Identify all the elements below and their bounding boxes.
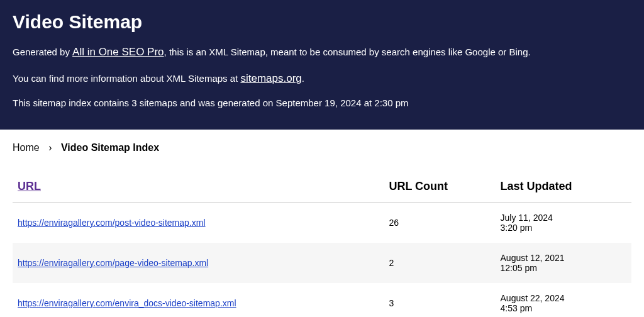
- text-prefix-1: Generated by: [13, 47, 72, 57]
- cell-updated: August 22, 2024 4:53 pm: [496, 283, 631, 318]
- breadcrumb-current: Video Sitemap Index: [61, 142, 159, 153]
- updated-time: 12:05 pm: [501, 263, 625, 273]
- table-row: https://enviragallery.com/envira_docs-vi…: [13, 283, 631, 318]
- cell-count: 3: [384, 283, 495, 318]
- updated-date: August 12, 2021: [501, 253, 625, 263]
- cell-updated: August 12, 2021 12:05 pm: [496, 243, 631, 283]
- sitemap-link[interactable]: https://enviragallery.com/envira_docs-vi…: [18, 298, 236, 308]
- cell-url: https://enviragallery.com/post-video-sit…: [13, 202, 384, 243]
- column-header-url[interactable]: URL: [13, 169, 384, 203]
- header-description-3: This sitemap index contains 3 sitemaps a…: [13, 96, 631, 111]
- sitemap-table-wrap: URL URL Count Last Updated https://envir…: [0, 169, 644, 318]
- sitemap-link[interactable]: https://enviragallery.com/page-video-sit…: [18, 258, 208, 268]
- table-row: https://enviragallery.com/page-video-sit…: [13, 243, 631, 283]
- text-prefix-2: You can find more information about XML …: [13, 73, 240, 84]
- cell-count: 26: [384, 202, 495, 243]
- updated-date: August 22, 2024: [501, 293, 625, 303]
- header-description-2: You can find more information about XML …: [13, 70, 631, 87]
- updated-time: 4:53 pm: [501, 303, 625, 313]
- table-row: https://enviragallery.com/post-video-sit…: [13, 202, 631, 243]
- header-description-1: Generated by All in One SEO Pro, this is…: [13, 44, 631, 60]
- breadcrumb: Home › Video Sitemap Index: [0, 130, 644, 169]
- updated-time: 3:20 pm: [501, 223, 625, 233]
- breadcrumb-home[interactable]: Home: [13, 142, 40, 153]
- breadcrumb-separator: ›: [48, 142, 52, 153]
- cell-count: 2: [384, 243, 495, 283]
- generator-link[interactable]: All in One SEO Pro: [72, 46, 164, 58]
- cell-url: https://enviragallery.com/page-video-sit…: [13, 243, 384, 283]
- table-header-row: URL URL Count Last Updated: [13, 169, 631, 203]
- column-header-count: URL Count: [384, 169, 495, 203]
- url-sort-link[interactable]: URL: [18, 180, 41, 192]
- sitemaps-link[interactable]: sitemaps.org: [240, 72, 301, 84]
- sitemap-table: URL URL Count Last Updated https://envir…: [13, 169, 631, 318]
- text-suffix-1: , this is an XML Sitemap, meant to be co…: [164, 47, 531, 57]
- sitemap-link[interactable]: https://enviragallery.com/post-video-sit…: [18, 218, 206, 228]
- cell-updated: July 11, 2024 3:20 pm: [496, 202, 631, 243]
- page-title: Video Sitemap: [13, 11, 631, 33]
- text-suffix-2: .: [302, 73, 304, 84]
- updated-date: July 11, 2024: [501, 213, 625, 223]
- cell-url: https://enviragallery.com/envira_docs-vi…: [13, 283, 384, 318]
- column-header-updated: Last Updated: [496, 169, 631, 203]
- page-header: Video Sitemap Generated by All in One SE…: [0, 0, 644, 130]
